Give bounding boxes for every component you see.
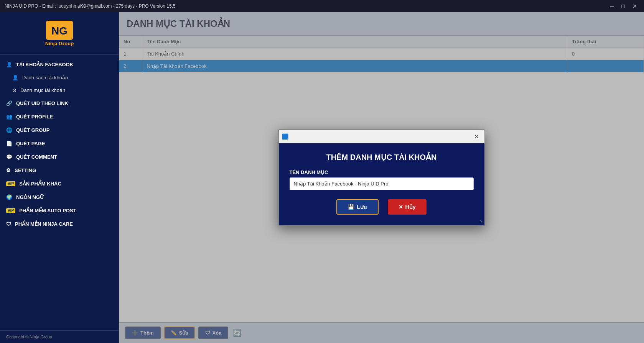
sidebar: NG Ninja Group 👤 TÀI KHOẢN FACEBOOK 👤 Da… bbox=[0, 12, 119, 343]
title-bar: NINJA UID PRO - Email : luquynhmai99@gma… bbox=[0, 0, 644, 12]
title-bar-text: NINJA UID PRO - Email : luquynhmai99@gma… bbox=[5, 3, 176, 9]
svg-text:NG: NG bbox=[51, 25, 68, 37]
language-icon: 🌍 bbox=[6, 194, 12, 200]
vip-badge-2: VIP bbox=[6, 208, 15, 213]
close-button[interactable]: ✕ bbox=[630, 2, 639, 10]
sidebar-item-ninja-care[interactable]: 🛡 PHẦN MỀN NINJA CARE bbox=[0, 217, 119, 231]
sidebar-logo: NG Ninja Group bbox=[0, 12, 119, 55]
sidebar-item-quet-profile[interactable]: 👥 QUÉT PROFILE bbox=[0, 110, 119, 123]
sidebar-item-quet-comment[interactable]: 💬 QUÉT COMMENT bbox=[0, 150, 119, 164]
link-icon: 🔗 bbox=[6, 100, 12, 106]
modal-name-input[interactable] bbox=[290, 177, 474, 190]
profile-icon: 👥 bbox=[6, 114, 12, 120]
sidebar-copyright: Copyright © Ninja Group bbox=[0, 330, 119, 343]
title-bar-controls: ─ □ ✕ bbox=[608, 2, 639, 10]
group-icon: 🌐 bbox=[6, 127, 12, 133]
page-icon: 📄 bbox=[6, 141, 12, 146]
ninja-icon: 🛡 bbox=[6, 221, 11, 227]
sidebar-item-auto-post[interactable]: VIP PHẦN MỀM AUTO POST bbox=[0, 204, 119, 217]
modal-app-icon: 🟦 bbox=[282, 133, 288, 139]
sidebar-item-san-pham[interactable]: VIP SẢN PHẨM KHÁC bbox=[0, 177, 119, 190]
sidebar-nav: 👤 TÀI KHOẢN FACEBOOK 👤 Danh sách tài kho… bbox=[0, 55, 119, 330]
sidebar-item-setting[interactable]: ⚙ SETTING bbox=[0, 164, 119, 177]
modal-cancel-button[interactable]: ✕ Hủy bbox=[388, 199, 427, 215]
logo-svg: NG bbox=[46, 21, 73, 40]
modal-title: THÊM DANH MỤC TÀI KHOẢN bbox=[290, 153, 474, 162]
gear-icon: ⚙ bbox=[6, 167, 11, 173]
modal-field-label: TÊN DANH MỤC bbox=[290, 169, 474, 175]
account-icon: 👤 bbox=[6, 62, 12, 67]
sidebar-item-quet-page[interactable]: 📄 QUÉT PAGE bbox=[0, 137, 119, 150]
app-container: NG Ninja Group 👤 TÀI KHOẢN FACEBOOK 👤 Da… bbox=[0, 12, 644, 343]
category-icon: ⊙ bbox=[12, 87, 16, 93]
minimize-button[interactable]: ─ bbox=[608, 2, 616, 10]
sidebar-item-tai-khoan[interactable]: 👤 TÀI KHOẢN FACEBOOK bbox=[0, 58, 119, 71]
cancel-icon: ✕ bbox=[399, 204, 403, 210]
resize-handle[interactable]: ⤡ bbox=[479, 218, 483, 224]
comment-icon: 💬 bbox=[6, 154, 12, 160]
modal-close-button[interactable]: ✕ bbox=[472, 132, 481, 141]
modal-titlebar: 🟦 ✕ bbox=[279, 130, 484, 143]
vip-badge-1: VIP bbox=[6, 181, 15, 186]
sidebar-item-quet-group[interactable]: 🌐 QUÉT GROUP bbox=[0, 123, 119, 137]
logo-text: Ninja Group bbox=[45, 41, 74, 46]
main-content: DANH MỤC TÀI KHOẢN No Tên Danh Mục Trạng… bbox=[119, 12, 644, 343]
sidebar-item-quet-uid[interactable]: 🔗 QUÉT UID THEO LINK bbox=[0, 97, 119, 110]
modal-save-button[interactable]: 💾 Lưu bbox=[336, 199, 378, 215]
modal-dialog: 🟦 ✕ THÊM DANH MỤC TÀI KHOẢN TÊN DANH MỤC… bbox=[278, 129, 485, 226]
sidebar-section-label: TÀI KHOẢN FACEBOOK bbox=[16, 62, 73, 67]
modal-body: THÊM DANH MỤC TÀI KHOẢN TÊN DANH MỤC 💾 L… bbox=[279, 143, 484, 225]
save-icon: 💾 bbox=[348, 204, 354, 210]
list-icon: 👤 bbox=[12, 75, 18, 80]
sidebar-item-danh-sach[interactable]: 👤 Danh sách tài khoản bbox=[0, 71, 119, 84]
sidebar-item-ngon-ngu[interactable]: 🌍 NGÔN NGỮ bbox=[0, 190, 119, 204]
modal-buttons: 💾 Lưu ✕ Hủy bbox=[290, 199, 474, 215]
sidebar-item-danh-muc[interactable]: ⊙ Danh mục tài khoản bbox=[0, 84, 119, 97]
modal-overlay: 🟦 ✕ THÊM DANH MỤC TÀI KHOẢN TÊN DANH MỤC… bbox=[119, 12, 644, 343]
logo-box: NG Ninja Group bbox=[44, 20, 75, 47]
maximize-button[interactable]: □ bbox=[619, 2, 627, 10]
